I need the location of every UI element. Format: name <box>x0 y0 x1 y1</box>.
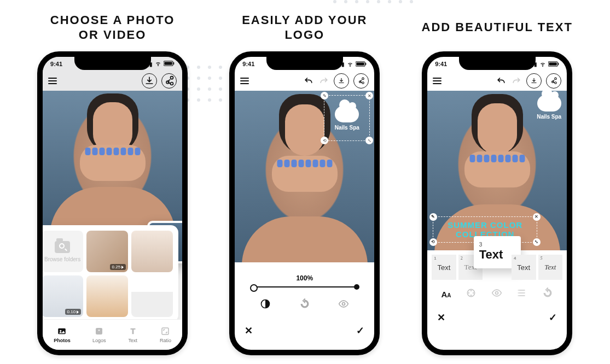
svg-rect-13 <box>549 62 557 66</box>
panel-choose-photo: CHOOSE A PHOTO OR VIDEO 9:41 ▮▮▮▮ <box>37 12 188 355</box>
tab-ratio[interactable]: Ratio <box>160 326 171 343</box>
svg-rect-14 <box>558 63 559 65</box>
confirm-row: ✕ ✓ <box>235 319 374 344</box>
tab-label: Text <box>128 338 137 343</box>
font-index: 4 <box>514 256 516 261</box>
svg-point-19 <box>468 292 470 294</box>
cancel-button[interactable]: ✕ <box>245 325 253 337</box>
font-sample: Text <box>479 248 515 262</box>
svg-rect-1 <box>165 62 172 65</box>
canvas-photo[interactable]: Nails Spa ✎ ✕ ⟲ ⤡ <box>235 91 374 262</box>
svg-rect-9 <box>365 63 366 65</box>
close-handle[interactable]: ✕ <box>533 213 541 221</box>
font-option-4[interactable]: 4 Text <box>512 255 536 280</box>
spacing-tool[interactable] <box>516 287 527 301</box>
gallery-item[interactable] <box>131 231 173 272</box>
phone-notch <box>459 56 536 70</box>
share-button[interactable] <box>161 73 177 89</box>
browse-label: Browse folders <box>44 256 80 262</box>
top-bar <box>235 71 374 91</box>
placed-logo[interactable]: Nails Spa <box>537 95 561 120</box>
browse-folders-cell[interactable]: Browse folders <box>42 231 83 272</box>
font-index: 2 <box>461 256 463 261</box>
overlay-line: SUMMER COLOR <box>438 220 532 230</box>
undo-button[interactable] <box>496 75 507 86</box>
panel-add-text: ADD BEAUTIFUL TEXT 9:41 ▮▮▮▮ <box>422 12 573 355</box>
share-button[interactable] <box>546 73 561 89</box>
battery-icon <box>164 61 175 67</box>
logo-graphic <box>335 106 359 122</box>
panel2-title: EASILY ADD YOUR LOGO <box>242 12 367 43</box>
undo-button[interactable] <box>303 75 314 86</box>
confirm-button[interactable]: ✓ <box>549 312 557 324</box>
redo-button[interactable] <box>511 75 522 86</box>
tab-text[interactable]: Text <box>128 326 138 343</box>
font-sample: Text <box>517 263 530 272</box>
font-option-1[interactable]: 1 Text <box>432 255 456 280</box>
panel1-title: CHOOSE A PHOTO OR VIDEO <box>50 12 175 43</box>
battery-icon <box>548 61 559 67</box>
canvas-photo[interactable]: Nails Spa SUMMER COLOR COLLECTION ✎ ✕ ⟲ … <box>427 91 567 250</box>
visibility-tool[interactable] <box>338 298 349 312</box>
phone-notch <box>266 56 343 70</box>
svg-point-18 <box>470 295 472 296</box>
logo-selection-box[interactable]: Nails Spa ✎ ✕ ⟲ ⤡ <box>324 95 370 141</box>
menu-icon[interactable] <box>48 78 57 84</box>
svg-point-16 <box>470 290 472 292</box>
rotate-tool[interactable] <box>299 298 310 312</box>
rotate-tool[interactable] <box>542 287 553 301</box>
tab-label: Logos <box>92 338 106 343</box>
edit-handle[interactable]: ✎ <box>429 213 437 221</box>
logo-text: Nails Spa <box>537 114 561 120</box>
svg-point-4 <box>60 330 62 332</box>
tab-photos[interactable]: Photos <box>54 326 71 343</box>
font-sample: Text <box>544 263 556 272</box>
svg-rect-8 <box>357 62 364 66</box>
font-tool[interactable]: AA <box>441 290 451 299</box>
gallery-item[interactable] <box>86 275 128 317</box>
logo-text: Nails Spa <box>335 125 359 131</box>
cancel-button[interactable]: ✕ <box>437 312 445 324</box>
tab-logos[interactable]: Logos <box>92 326 106 343</box>
wifi-icon <box>539 61 546 67</box>
text-tool-row: AA <box>427 282 567 306</box>
redo-button[interactable] <box>318 75 329 86</box>
font-option-5[interactable]: 5 Text <box>538 255 563 280</box>
download-button[interactable] <box>142 73 157 89</box>
confirm-button[interactable]: ✓ <box>356 325 364 337</box>
phone-frame-3: 9:41 ▮▮▮▮ <box>422 51 572 355</box>
zoom-slider[interactable] <box>251 286 358 287</box>
gallery-item[interactable]: 0.10 <box>42 275 83 317</box>
download-button[interactable] <box>526 73 542 89</box>
phone-frame-1: 9:41 ▮▮▮▮ <box>37 51 188 355</box>
menu-icon[interactable] <box>433 78 441 84</box>
phone-notch <box>74 56 151 70</box>
download-button[interactable] <box>334 73 349 89</box>
confirm-row: ✕ ✓ <box>427 306 567 331</box>
color-tool[interactable] <box>466 287 477 301</box>
phone-frame-2: 9:41 ▮▮▮▮ <box>229 51 380 355</box>
canvas-photo[interactable] <box>43 91 182 233</box>
visibility-tool[interactable] <box>491 287 502 301</box>
wifi-icon <box>155 60 161 68</box>
menu-icon[interactable] <box>240 78 249 84</box>
gallery-item[interactable] <box>131 275 173 317</box>
share-button[interactable] <box>353 73 369 89</box>
font-index: 5 <box>541 256 543 261</box>
panel-add-logo: EASILY ADD YOUR LOGO 9:41 ▮▮▮▮ <box>229 12 380 355</box>
svg-point-11 <box>342 303 345 306</box>
gallery-item[interactable]: 0.25 <box>86 231 128 272</box>
edit-handle[interactable]: ✎ <box>321 92 328 99</box>
logo-graphic <box>537 95 561 111</box>
logo-tool-row <box>235 291 374 319</box>
top-bar <box>427 71 567 91</box>
svg-point-17 <box>473 292 474 294</box>
opacity-tool[interactable] <box>260 298 271 312</box>
duration-badge: 0.10 <box>65 309 82 315</box>
panel3-title: ADD BEAUTIFUL TEXT <box>422 12 573 43</box>
top-bar <box>43 71 182 91</box>
zoom-value: 100% <box>296 274 313 282</box>
wifi-icon <box>347 61 353 67</box>
bottom-tabs: Photos Logos Text Ratio <box>43 319 182 350</box>
status-time: 9:41 <box>242 61 254 67</box>
